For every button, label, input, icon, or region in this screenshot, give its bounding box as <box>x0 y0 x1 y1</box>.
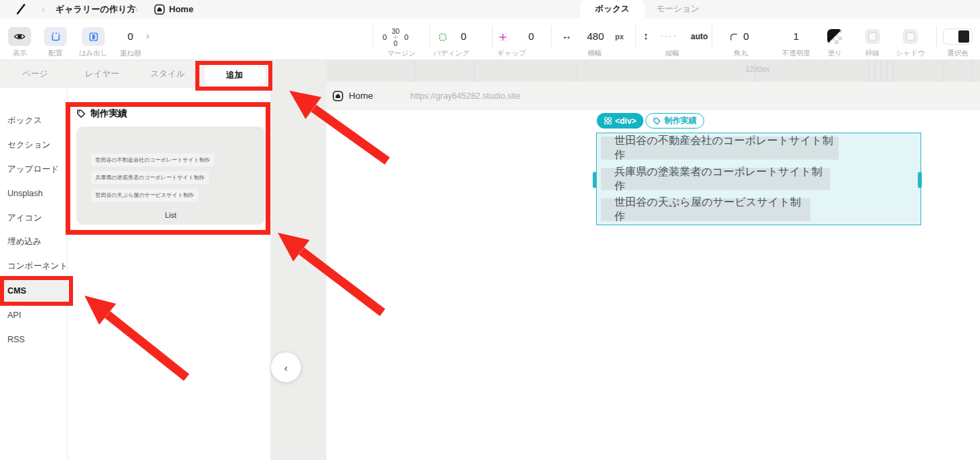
shadow-swatch[interactable] <box>903 29 918 44</box>
tab-layer[interactable]: レイヤー <box>85 60 120 88</box>
align-label: 配置 <box>49 49 63 58</box>
radius-value[interactable]: 0 <box>743 30 749 42</box>
radius-label: 角丸 <box>734 49 748 58</box>
element-tag-label: <div> <box>615 116 636 126</box>
sidebar-item-box[interactable]: ボックス <box>7 115 42 126</box>
breadcrumb-chevron-icon: › <box>42 0 45 18</box>
fill-label: 塗り <box>827 49 841 58</box>
margin-label: マージン <box>387 49 416 58</box>
opacity-value[interactable]: 1 <box>793 30 799 42</box>
overflow-icon <box>89 32 99 42</box>
canvas-ruler: 1280px <box>326 60 980 82</box>
sidebar-item-unsplash[interactable]: Unsplash <box>7 188 43 199</box>
ruler-line <box>414 60 415 82</box>
panel-collapse-button[interactable]: ‹ <box>271 352 301 382</box>
ruler-line <box>868 60 869 82</box>
home-page-icon <box>333 91 343 101</box>
align-button[interactable] <box>44 27 67 46</box>
ruler-line <box>875 60 875 82</box>
tab-motion[interactable]: モーション <box>650 0 706 18</box>
margin-left-value[interactable]: 0 <box>383 33 387 41</box>
overflow-button[interactable] <box>82 27 105 46</box>
fill-swatch[interactable] <box>827 29 842 44</box>
selected-element[interactable]: 世田谷の不動産会社のコーポレートサイト制作 兵庫県の塗装業者のコーポレートサイト… <box>596 133 921 225</box>
ruler-line <box>893 60 893 82</box>
padding-icon <box>438 32 447 42</box>
tag-icon <box>653 117 661 125</box>
page-name[interactable]: Home <box>349 91 373 101</box>
studio-logo-icon[interactable] <box>15 3 27 16</box>
height-value[interactable]: auto <box>691 32 708 41</box>
stroke-swatch-inner <box>868 32 877 41</box>
sidebar-item-embed[interactable]: 埋め込み <box>7 236 42 247</box>
tab-box[interactable]: ボックス <box>580 0 645 18</box>
gap-label: ギャップ <box>497 49 526 58</box>
element-tag-badge[interactable]: <div> <box>597 113 643 129</box>
chevron-left-icon: ‹ <box>285 362 288 373</box>
cms-list-item[interactable]: 世田谷の天ぷら屋のサービスサイト制作 <box>601 198 810 221</box>
height-arrow-icon: ↕ <box>643 30 649 41</box>
visibility-button[interactable] <box>8 27 31 46</box>
breadcrumb-page[interactable]: Home <box>169 0 193 18</box>
eye-icon <box>14 32 26 41</box>
expand-chevron-icon[interactable]: › <box>146 30 149 41</box>
annotation-box-add-tab <box>195 61 272 91</box>
padding-label: パディング <box>433 49 470 58</box>
cms-list-item[interactable]: 世田谷の不動産会社のコーポレートサイト制作 <box>601 137 839 160</box>
top-bar: › ギャラリーの作り方 › Home ボックス モーション <box>0 0 980 18</box>
tab-page[interactable]: ページ <box>22 60 48 88</box>
shadow-label: シャドウ <box>896 49 925 58</box>
cms-binding-badge[interactable]: 制作実績 <box>645 113 704 129</box>
ruler-line <box>971 60 972 82</box>
toolbar-separator <box>492 26 493 49</box>
cms-list-item[interactable]: 兵庫県の塗装業者のコーポレートサイト制作 <box>601 168 830 190</box>
width-arrow-icon: ↔ <box>562 30 572 41</box>
padding-value[interactable]: 0 <box>461 30 466 42</box>
align-icon <box>51 32 61 42</box>
margin-right-value[interactable]: 0 <box>404 33 408 41</box>
visibility-label: 表示 <box>13 49 27 58</box>
sidebar-item-icon[interactable]: アイコン <box>7 212 42 223</box>
overflow-label: はみ出し <box>79 49 108 58</box>
height-placeholder[interactable]: ---- <box>660 30 677 41</box>
home-page-icon <box>154 4 165 15</box>
selection-color-swatch[interactable] <box>943 28 973 45</box>
style-toolbar: 表示 配置 はみ出し 0 重ね順 › 0 30 ✛ 0 0 <box>0 18 980 60</box>
breadcrumb-chevron-icon: › <box>135 0 138 18</box>
gap-icon <box>498 32 508 42</box>
annotation-box-cms-sidebar <box>0 276 73 306</box>
page-bar: Home https://gray645282.studio.site <box>326 82 980 110</box>
stack-order-value[interactable]: 0 <box>128 30 133 42</box>
ruler-width-label: 1280px <box>745 65 770 73</box>
stroke-swatch[interactable] <box>865 29 880 44</box>
width-value[interactable]: 480 <box>587 30 604 42</box>
width-label: 横幅 <box>588 49 602 58</box>
sidebar-item-section[interactable]: セクション <box>7 139 51 150</box>
sidebar-item-api[interactable]: API <box>7 310 21 321</box>
grid-icon <box>604 117 612 124</box>
ruler-line <box>881 60 881 82</box>
sidebar-item-rss[interactable]: RSS <box>7 334 25 345</box>
resize-handle-right[interactable] <box>918 172 922 188</box>
page-url: https://gray645282.studio.site <box>410 91 520 101</box>
selection-color-label: 選択色 <box>947 49 969 58</box>
toolbar-separator <box>372 26 373 49</box>
ruler-line <box>755 60 756 82</box>
toolbar-separator <box>712 26 712 49</box>
sidebar-item-component[interactable]: コンポーネント <box>7 260 68 271</box>
breadcrumb-project[interactable]: ギャラリーの作り方 <box>55 0 136 18</box>
shadow-swatch-inner <box>906 32 914 41</box>
gap-value[interactable]: 0 <box>529 30 534 42</box>
stack-order-label: 重ね順 <box>120 49 141 58</box>
tab-style[interactable]: スタイル <box>150 60 185 88</box>
width-unit[interactable]: px <box>615 32 624 41</box>
opacity-label: 不透明度 <box>782 49 810 58</box>
stroke-label: 枠線 <box>866 49 880 58</box>
height-label: 縦幅 <box>666 49 680 58</box>
sidebar-item-upload[interactable]: アップロード <box>7 164 59 175</box>
margin-control[interactable]: 0 30 ✛ 0 0 <box>383 27 409 47</box>
resize-handle-left[interactable] <box>593 172 597 188</box>
toolbar-separator <box>551 26 552 49</box>
margin-bottom-value[interactable]: 0 <box>393 41 397 47</box>
radius-icon <box>730 33 738 41</box>
